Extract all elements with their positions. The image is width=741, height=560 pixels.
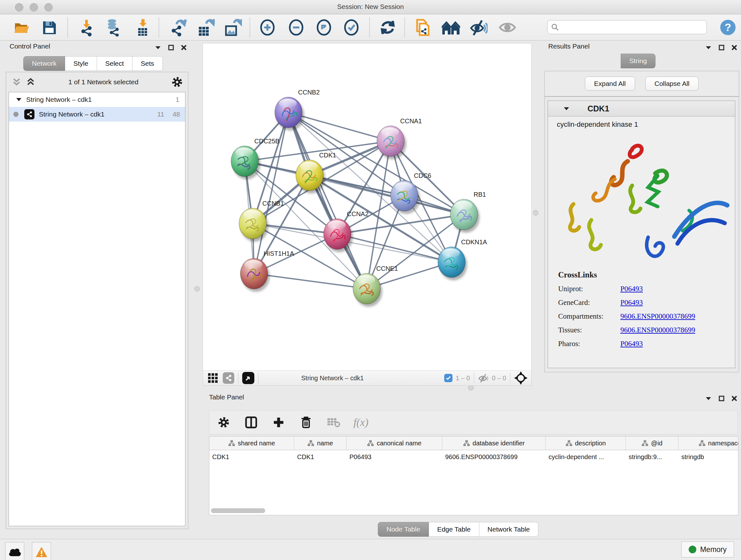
network-graph[interactable]: CCNB2CCNA1CDC25BCDK1CDC6RB1CCNB1CCNA2CDK… xyxy=(203,44,531,371)
crosslink-link[interactable]: 9606.ENSP00000378699 xyxy=(620,312,695,320)
panel-menu-icon[interactable] xyxy=(705,45,712,50)
column-header-namespace[interactable]: namespace xyxy=(678,436,738,450)
table-cell[interactable]: stringdb xyxy=(678,450,738,463)
import-network-database-button[interactable] xyxy=(104,18,123,37)
export-network-button[interactable] xyxy=(170,18,188,37)
node-details-header[interactable]: CDK1 xyxy=(548,101,735,117)
column-header-database-identifier[interactable]: database identifier xyxy=(442,436,546,450)
network-collection-row[interactable]: String Network – cdk1 1 xyxy=(9,92,185,107)
panel-menu-icon[interactable] xyxy=(705,396,712,401)
network-node-CCNA1[interactable]: CCNA1 xyxy=(377,118,422,159)
table-cell[interactable]: CDK1 xyxy=(209,450,294,463)
search-input[interactable] xyxy=(559,23,706,31)
panel-float-icon[interactable] xyxy=(719,45,724,51)
table-settings-button[interactable] xyxy=(216,415,231,430)
zoom-selected-button[interactable] xyxy=(342,18,360,37)
network-edge[interactable] xyxy=(254,112,288,273)
crosslink-link[interactable]: P06493 xyxy=(620,285,643,293)
show-all-hidden-button[interactable] xyxy=(498,18,517,37)
tab-edge-table[interactable]: Edge Table xyxy=(429,522,479,537)
network-node-CDC25B[interactable]: CDC25B xyxy=(231,138,280,179)
network-edge[interactable] xyxy=(288,112,367,289)
delete-column-button[interactable] xyxy=(299,415,313,430)
tab-network[interactable]: Network xyxy=(23,56,65,71)
table-cell[interactable]: cyclin-dependent ... xyxy=(546,450,626,463)
refresh-view-button[interactable] xyxy=(379,18,397,37)
warnings-button[interactable] xyxy=(32,542,51,560)
column-header-shared-name[interactable]: shared name xyxy=(209,436,294,450)
import-table-file-button[interactable] xyxy=(133,18,152,37)
tab-style[interactable]: Style xyxy=(65,56,97,71)
memory-button[interactable]: Memory xyxy=(681,542,734,557)
cloud-status-button[interactable] xyxy=(5,542,24,560)
search-field[interactable] xyxy=(547,20,707,34)
panel-close-icon[interactable] xyxy=(731,395,737,401)
zoom-in-button[interactable] xyxy=(258,18,277,37)
left-splitter-handle[interactable] xyxy=(194,286,200,292)
crosslink-link[interactable]: P06493 xyxy=(620,340,643,348)
tab-string[interactable]: String xyxy=(621,54,656,68)
network-node-CDKN1A[interactable]: CDKN1A xyxy=(438,239,487,280)
network-node-CDC6[interactable]: CDC6 xyxy=(391,172,431,214)
selected-checkbox[interactable] xyxy=(444,374,453,382)
column-header-name[interactable]: name xyxy=(294,436,347,450)
network-edge[interactable] xyxy=(254,273,367,289)
tab-network-table[interactable]: Network Table xyxy=(479,522,539,537)
panel-menu-icon[interactable] xyxy=(155,45,161,50)
panel-float-icon[interactable] xyxy=(719,395,724,401)
tab-select[interactable]: Select xyxy=(97,56,132,71)
zoom-out-button[interactable] xyxy=(287,18,306,37)
network-node-HIST1H1A[interactable]: HIST1H1A xyxy=(240,250,294,292)
panel-float-icon[interactable] xyxy=(168,45,174,51)
collapse-all-button[interactable]: Collapse All xyxy=(645,77,699,91)
table-horizontal-scrollbar[interactable] xyxy=(211,508,265,513)
tab-sets[interactable]: Sets xyxy=(132,56,163,71)
network-node-RB1[interactable]: RB1 xyxy=(450,191,486,233)
column-header-description[interactable]: description xyxy=(546,436,626,450)
grid-mode-icon[interactable] xyxy=(207,373,218,383)
panel-close-icon[interactable] xyxy=(181,45,187,51)
birdseye-view-toggle[interactable] xyxy=(242,372,254,384)
network-node-CCNB2[interactable]: CCNB2 xyxy=(275,89,320,131)
column-header-canonical-name[interactable]: canonical name xyxy=(347,436,442,450)
table-cell[interactable]: 9606.ENSP00000378699 xyxy=(442,450,546,463)
create-column-button[interactable] xyxy=(271,415,286,430)
import-network-file-button[interactable] xyxy=(77,18,96,37)
table-cell[interactable]: CDK1 xyxy=(294,450,347,463)
column-header-@id[interactable]: @id xyxy=(626,436,678,450)
hide-selected-button[interactable] xyxy=(469,18,488,37)
table-row[interactable]: CDK1CDK1P064939606.ENSP00000378699cyclin… xyxy=(209,450,738,463)
delete-table-button[interactable] xyxy=(326,415,341,430)
network-overview-button[interactable] xyxy=(442,18,460,37)
show-columns-button[interactable] xyxy=(244,415,259,430)
open-session-button[interactable] xyxy=(12,18,31,37)
right-splitter-handle[interactable] xyxy=(533,210,538,215)
network-node-CCNB1[interactable]: CCNB1 xyxy=(239,200,284,242)
export-image-button[interactable] xyxy=(224,18,242,37)
expand-all-chevrons-icon[interactable] xyxy=(26,78,36,86)
network-edge[interactable] xyxy=(310,175,464,214)
network-canvas[interactable]: CCNB2CCNA1CDC25BCDK1CDC6RB1CCNB1CCNA2CDK… xyxy=(203,43,532,371)
table-cell[interactable]: P06493 xyxy=(347,450,442,463)
network-node-CCNE1[interactable]: CCNE1 xyxy=(353,265,398,307)
help-button[interactable]: ? xyxy=(719,18,737,37)
network-row-selected[interactable]: String Network – cdk1 11 48 xyxy=(9,107,185,122)
crosslink-link[interactable]: P06493 xyxy=(620,299,643,307)
tree-expander-icon[interactable] xyxy=(16,98,22,102)
expand-all-button[interactable]: Expand All xyxy=(585,77,635,91)
panel-close-icon[interactable] xyxy=(731,45,737,51)
gear-icon[interactable] xyxy=(172,76,183,88)
horizontal-splitter-handle[interactable] xyxy=(468,385,474,390)
collapse-all-chevrons-icon[interactable] xyxy=(12,78,21,86)
table-cell[interactable]: stringdb:9... xyxy=(626,450,678,463)
paste-style-button[interactable] xyxy=(414,18,432,37)
center-view-crosshair-icon[interactable] xyxy=(514,371,528,385)
save-session-button[interactable] xyxy=(40,18,58,37)
export-table-button[interactable] xyxy=(197,18,215,37)
crosslink-link[interactable]: 9606.ENSP00000378699 xyxy=(620,326,695,334)
zoom-fit-button[interactable] xyxy=(315,18,333,37)
tab-node-table[interactable]: Node Table xyxy=(378,522,429,537)
network-icon-badge[interactable] xyxy=(223,372,234,384)
collapse-entry-icon[interactable] xyxy=(563,106,569,111)
function-builder-button[interactable]: f(x) xyxy=(354,415,368,430)
